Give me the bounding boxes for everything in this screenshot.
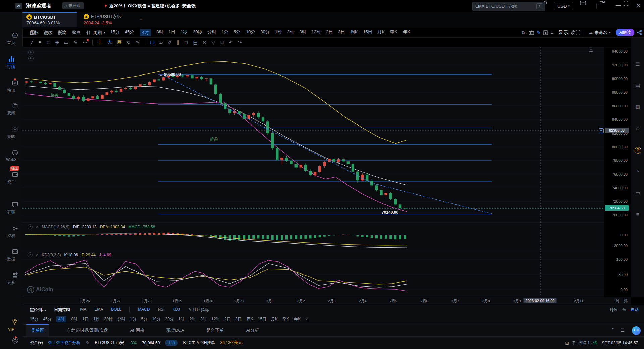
sub-timeframe-1分[interactable]: 1分: [130, 316, 137, 322]
sidebar-item-要闻[interactable]: 要闻: [0, 102, 22, 116]
collapse-panel-icon[interactable]: ⌃: [611, 327, 614, 332]
compare-icon[interactable]: ∥: [177, 40, 179, 45]
chart-tab-ETH/USDT永续[interactable]: ◆ETH/USDT永续2094.24 -2.5%: [79, 12, 134, 27]
timeframe-4时[interactable]: 4时: [140, 29, 151, 36]
ai-robot-icon[interactable]: [632, 326, 641, 335]
collapse-icon[interactable]: ˅: [28, 224, 33, 229]
coin-icon[interactable]: B: [635, 147, 641, 154]
sidebar-item-Web3[interactable]: Web3: [0, 149, 22, 162]
main-force-badge[interactable]: 主力: [165, 340, 178, 346]
candlestick-chart[interactable]: [22, 47, 604, 297]
timeframe-月K[interactable]: 月K: [378, 29, 385, 36]
sub-timeframe-周K[interactable]: 周K: [247, 316, 253, 322]
sub-timeframe-1日[interactable]: 1日: [82, 316, 89, 322]
toolbar-指标[interactable]: 指标: [30, 30, 39, 36]
crosshair-move-icon[interactable]: +: [599, 128, 604, 133]
indicator-MACD[interactable]: MACD: [138, 307, 150, 313]
chart-tab-BTC/USDT[interactable]: ◆BTC/USDT70964.69 -3.01%: [22, 12, 77, 27]
sub-timeframe-30秒[interactable]: 30秒: [104, 316, 112, 322]
auto-scale-toggle[interactable]: 自动: [631, 307, 639, 313]
timeframe-45分[interactable]: 45分: [125, 29, 134, 36]
sub-timeframe-3日[interactable]: 3日: [235, 316, 242, 322]
edit-note-icon[interactable]: ✎: [86, 340, 90, 345]
alert-bell-icon[interactable]: ⌂: [36, 253, 38, 257]
sub-timeframe-季K[interactable]: 季K: [282, 316, 289, 322]
expand-left-button[interactable]: »: [28, 50, 34, 55]
indicator-社区指标[interactable]: ✎ 社区指标: [188, 307, 209, 313]
ruler-icon[interactable]: ▱: [159, 40, 163, 45]
timeframe-30分[interactable]: 30分: [260, 29, 269, 36]
panel-menu-icon[interactable]: ☰: [621, 328, 625, 333]
toolbar-多窗[interactable]: 多窗: [58, 30, 67, 36]
onchain-analysis-link[interactable]: 链上链下资产分析: [48, 340, 80, 346]
sub-timeframe-5分[interactable]: 5分: [141, 316, 148, 322]
sidebar-item-首页[interactable]: ai首页: [0, 32, 22, 46]
currency-selector[interactable]: USD▾: [554, 2, 573, 10]
sub-timeframe-2时[interactable]: 2时: [190, 316, 196, 322]
sub-timeframe-分时[interactable]: 分时: [117, 316, 125, 322]
sidebar-item-更多[interactable]: 更多: [0, 271, 22, 286]
wave-icon[interactable]: ∿: [73, 40, 77, 45]
bookmark-icon[interactable]: ❑: [150, 40, 155, 45]
replay-icon[interactable]: ↻: [127, 40, 131, 45]
chip-distribution-button[interactable]: 筹: [117, 39, 122, 45]
axis-corner-button-筹[interactable]: 筹: [616, 299, 620, 304]
sidebar-item-策略[interactable]: 策略: [0, 126, 22, 140]
parallel-channel-icon[interactable]: ≣: [46, 40, 50, 45]
period-dropdown[interactable]: 周期▾: [93, 30, 105, 36]
font-size-button[interactable]: 大: [107, 39, 112, 45]
indicator-RSI[interactable]: RSI: [158, 307, 164, 313]
sub-timeframe-2日[interactable]: 2日: [224, 316, 231, 322]
draw-pencil-icon[interactable]: ✎: [536, 30, 541, 36]
timeframe-15日[interactable]: 15日: [363, 29, 372, 36]
assets-label[interactable]: 资产(¥): [30, 340, 43, 346]
candle-style-dropdown[interactable]: ▾: [86, 31, 88, 34]
ai-analysis-button[interactable]: AI解读: [616, 29, 634, 36]
indicator-EMA[interactable]: EMA: [94, 307, 103, 313]
alert-bell-icon[interactable]: ⌂: [36, 225, 38, 229]
sub-timeframe-1时[interactable]: 1时: [178, 316, 185, 322]
timeframe-12时[interactable]: 12时: [312, 29, 321, 36]
sliders-icon[interactable]: ≡: [631, 211, 644, 217]
minimize-button[interactable]: —: [616, 2, 621, 8]
timeframe-2时[interactable]: 2时: [287, 29, 294, 36]
sub-timeframe-4时[interactable]: 4时: [56, 316, 67, 322]
more-tools-icon[interactable]: ⋯: [83, 40, 87, 45]
timeframe-1秒[interactable]: 1秒: [181, 29, 187, 36]
date-range-button[interactable]: 日期范围 ˇ: [54, 307, 72, 313]
lock-icon[interactable]: ⊓: [184, 40, 188, 45]
sub-timeframe-15分[interactable]: 15分: [30, 316, 38, 322]
sub-timeframe-10分[interactable]: 10分: [152, 316, 160, 322]
depth-chart-icon[interactable]: ▤: [631, 83, 644, 89]
bottom-tab-现货DCA[interactable]: 现货DCA: [162, 324, 189, 336]
sidebar-item-快讯[interactable]: 快讯: [0, 79, 22, 93]
sub-timeframe-年K[interactable]: 年K: [294, 316, 301, 322]
expand-left-button-2[interactable]: »: [28, 56, 34, 61]
search-input[interactable]: OKX BTC/USDT 永续 /: [472, 2, 545, 11]
layout-selector[interactable]: ☁ 未命名 ▾: [588, 30, 611, 36]
sidebar-item-vip[interactable]: VIP: [0, 318, 22, 332]
rectangle-icon[interactable]: ▭: [64, 40, 68, 45]
timeframe-分时[interactable]: 分时: [207, 29, 216, 36]
sub-timeframe-3时[interactable]: 3时: [200, 316, 207, 322]
timeframe-年K[interactable]: 年K: [403, 29, 410, 36]
close-timeframe-bar[interactable]: ×: [305, 317, 308, 322]
star-icon[interactable]: ✩: [631, 126, 644, 132]
add-tab-button[interactable]: +: [139, 16, 143, 23]
sidebar-settings-gear[interactable]: [0, 337, 22, 344]
collapse-icon[interactable]: ˅: [28, 252, 33, 257]
toolbar-复盘[interactable]: 复盘: [72, 30, 81, 36]
timeframe-1分[interactable]: 1分: [221, 29, 228, 36]
sub-timeframe-12时[interactable]: 12时: [211, 316, 220, 322]
timeframe-15分[interactable]: 15分: [110, 29, 119, 36]
filter-icon[interactable]: ▽: [212, 40, 215, 45]
price-axis[interactable]: 94000.0092000.0090000.0088000.0086000.00…: [604, 47, 631, 297]
bottom-tab-自定义指标/回测/实盘[interactable]: 自定义指标/回测/实盘: [62, 324, 113, 336]
order-list-icon[interactable]: ☰: [631, 61, 644, 67]
unlink-icon[interactable]: ⊘: [203, 40, 207, 45]
indicator-BOLL[interactable]: BOLL: [111, 307, 121, 313]
toolbar-高级[interactable]: 高级: [44, 30, 53, 36]
log-scale-toggle[interactable]: 对数: [609, 307, 618, 313]
redo-icon[interactable]: ↷: [238, 40, 242, 45]
sub-timeframe-8时[interactable]: 8时: [71, 316, 77, 322]
